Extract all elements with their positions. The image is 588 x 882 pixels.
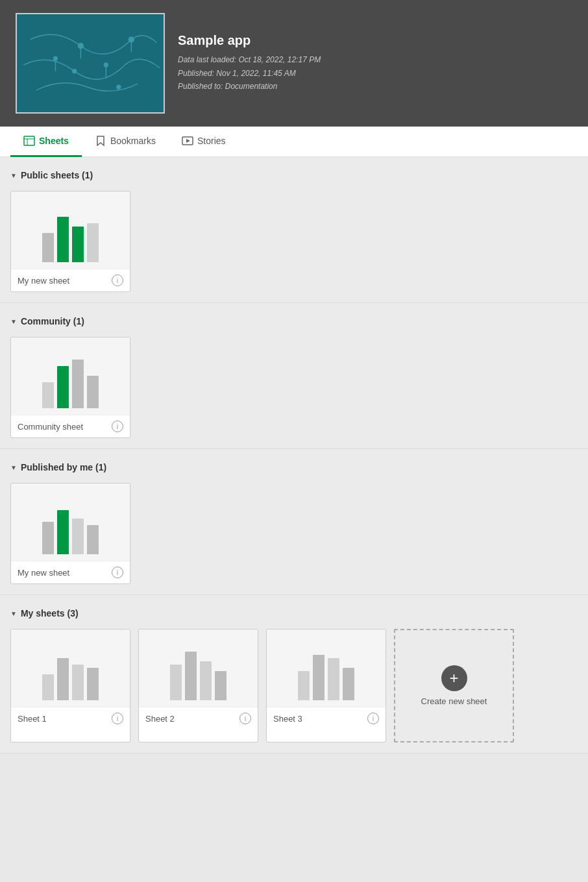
- section-published-by-me: ▼ Published by me (1) My new sheet i: [0, 449, 588, 595]
- sheet-card[interactable]: Community sheet i: [10, 337, 130, 438]
- chevron-down-icon: ▼: [10, 464, 17, 471]
- info-icon[interactable]: i: [112, 275, 123, 286]
- section-community: ▼ Community (1) Community sheet i: [0, 303, 588, 449]
- section-community-label: Community (1): [21, 316, 84, 326]
- bar: [42, 522, 54, 554]
- sheet-thumbnail: [11, 630, 130, 707]
- section-public-sheets: ▼ Public sheets (1) My new sheet i: [0, 157, 588, 303]
- bar: [42, 233, 54, 262]
- info-icon[interactable]: i: [112, 421, 123, 432]
- svg-point-5: [73, 69, 77, 73]
- info-icon[interactable]: i: [239, 713, 251, 724]
- sheet-card-label: Sheet 2 i: [139, 707, 258, 729]
- bar: [72, 360, 84, 408]
- tab-bookmarks-label: Bookmarks: [110, 136, 156, 146]
- sheet-card-label: My new sheet i: [11, 561, 130, 583]
- bar: [42, 382, 54, 408]
- bar: [72, 519, 84, 554]
- plus-icon: +: [441, 665, 467, 691]
- sheet-card[interactable]: My new sheet i: [10, 483, 130, 584]
- community-sheets-grid: Community sheet i: [10, 337, 578, 438]
- published-by-me-grid: My new sheet i: [10, 483, 578, 584]
- mini-chart: [29, 210, 112, 262]
- sheet-thumbnail: [11, 191, 130, 269]
- bar: [170, 665, 182, 700]
- bar: [57, 658, 69, 700]
- tab-bookmarks[interactable]: Bookmarks: [82, 127, 169, 157]
- bar: [72, 227, 84, 262]
- sheet-thumbnail: [11, 484, 130, 561]
- bar: [298, 671, 310, 700]
- sheet-card-label: My new sheet i: [11, 269, 130, 291]
- section-published-by-me-header[interactable]: ▼ Published by me (1): [10, 449, 578, 483]
- section-community-header[interactable]: ▼ Community (1): [10, 303, 578, 337]
- bar: [87, 376, 99, 408]
- my-sheets-grid: Sheet 1 i Sheet 2 i: [10, 629, 578, 742]
- sheet-thumbnail: [139, 630, 258, 707]
- svg-point-6: [117, 85, 121, 89]
- section-my-sheets-header[interactable]: ▼ My sheets (3): [10, 595, 578, 629]
- sheet-name: Community sheet: [18, 422, 83, 432]
- app-thumbnail: [16, 13, 165, 114]
- sheet-name: Sheet 1: [18, 714, 47, 724]
- tab-stories-label: Stories: [197, 136, 226, 146]
- info-icon[interactable]: i: [367, 713, 379, 724]
- info-icon[interactable]: i: [112, 567, 123, 578]
- section-public-sheets-header[interactable]: ▼ Public sheets (1): [10, 157, 578, 191]
- app-header: Sample app Data last loaded: Oct 18, 202…: [0, 0, 588, 127]
- sheets-icon: [23, 136, 35, 146]
- bar: [87, 525, 99, 554]
- mini-chart: [29, 648, 112, 700]
- app-meta: Data last loaded: Oct 18, 2022, 12:17 PM…: [178, 53, 321, 93]
- bookmarks-icon: [95, 136, 106, 146]
- bar: [215, 671, 227, 700]
- section-my-sheets: ▼ My sheets (3) Sheet 1 i: [0, 595, 588, 753]
- tabs-bar: Sheets Bookmarks Stories: [0, 127, 588, 157]
- sheet-name: Sheet 2: [145, 714, 175, 724]
- bar: [200, 661, 212, 700]
- app-title: Sample app: [178, 33, 321, 48]
- info-icon[interactable]: i: [112, 713, 123, 724]
- sheet-card[interactable]: Sheet 3 i: [266, 629, 386, 742]
- sheet-card-label: Sheet 3 i: [267, 707, 386, 729]
- section-public-sheets-label: Public sheets (1): [21, 170, 93, 180]
- bar: [57, 510, 69, 554]
- sheet-card[interactable]: Sheet 2 i: [138, 629, 258, 742]
- tab-sheets[interactable]: Sheets: [10, 127, 82, 157]
- svg-marker-15: [186, 139, 190, 143]
- bar: [87, 223, 99, 262]
- create-new-sheet-button[interactable]: + Create new sheet: [394, 629, 514, 742]
- stories-icon: [182, 136, 193, 146]
- bar: [328, 658, 339, 700]
- chevron-down-icon: ▼: [10, 318, 17, 325]
- bar: [57, 366, 69, 408]
- sheet-card[interactable]: My new sheet i: [10, 191, 130, 292]
- tab-stories[interactable]: Stories: [169, 127, 239, 157]
- bar: [42, 674, 54, 700]
- app-info: Sample app Data last loaded: Oct 18, 202…: [178, 33, 321, 93]
- create-new-sheet-label: Create new sheet: [421, 696, 487, 706]
- public-sheets-grid: My new sheet i: [10, 191, 578, 292]
- mini-chart: [285, 648, 367, 700]
- chevron-down-icon: ▼: [10, 610, 17, 617]
- bar: [313, 655, 325, 700]
- tab-sheets-label: Sheets: [39, 136, 69, 146]
- sheet-thumbnail: [11, 337, 130, 415]
- mini-chart: [29, 356, 112, 408]
- section-my-sheets-label: My sheets (3): [21, 608, 79, 619]
- chevron-down-icon: ▼: [10, 172, 17, 179]
- mini-chart: [157, 648, 239, 700]
- sheet-name: Sheet 3: [273, 714, 302, 724]
- sheet-card-label: Sheet 1 i: [11, 707, 130, 729]
- bar: [57, 217, 69, 262]
- sheet-name: My new sheet: [18, 276, 69, 286]
- sheet-card-label: Community sheet i: [11, 415, 130, 437]
- bar: [343, 668, 354, 700]
- svg-rect-0: [18, 14, 163, 112]
- mini-chart: [29, 502, 112, 554]
- bar: [185, 652, 197, 700]
- bar: [87, 668, 99, 700]
- sheet-card[interactable]: Sheet 1 i: [10, 629, 130, 742]
- section-published-by-me-label: Published by me (1): [21, 462, 106, 472]
- sheet-name: My new sheet: [18, 568, 69, 578]
